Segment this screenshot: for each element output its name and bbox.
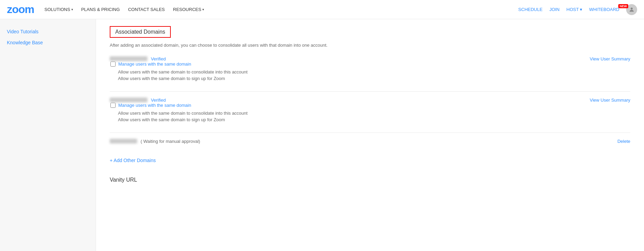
header: zoom SOLUTIONS ▾ PLANS & PRICING CONTACT…: [0, 0, 644, 19]
associated-domains-title: Associated Domains: [110, 26, 171, 38]
domain-actions-3: Delete: [617, 138, 630, 144]
layout: Video Tutorials Knowledge Base Associate…: [0, 19, 644, 251]
sub-option-signup-1: Allow users with the same domain to sign…: [118, 76, 630, 81]
domain-left-2: Verified: [110, 98, 166, 103]
domain-status-3: ( Waiting for manual approval): [141, 139, 200, 144]
domain-left-1: Verified: [110, 56, 166, 61]
domain-entry-3: ( Waiting for manual approval) Delete: [110, 138, 630, 144]
sub-option-consolidate-2: Allow users with the same domain to cons…: [118, 111, 630, 116]
domain-divider-2: [110, 133, 630, 133]
manage-users-label-1[interactable]: Manage users with the same domain: [118, 61, 191, 67]
nav-left: SOLUTIONS ▾ PLANS & PRICING CONTACT SALE…: [45, 7, 518, 12]
new-badge: NEW: [618, 4, 628, 8]
nav-plans-pricing[interactable]: PLANS & PRICING: [81, 7, 120, 12]
manage-users-checkbox-row-1: Manage users with the same domain: [110, 61, 630, 67]
view-user-summary-link-1[interactable]: View User Summary: [590, 56, 630, 61]
manage-users-checkbox-2[interactable]: [110, 103, 116, 108]
vanity-url-title: Vanity URL: [110, 177, 630, 183]
svg-point-0: [631, 8, 633, 10]
domain-entry-2: Verified View User Summary Manage users …: [110, 97, 630, 122]
domain-header-row-1: Verified View User Summary: [110, 56, 630, 61]
manage-users-checkbox-1[interactable]: [110, 61, 116, 67]
domain-name-blurred-1: [110, 56, 147, 61]
sidebar-item-video-tutorials[interactable]: Video Tutorials: [0, 26, 96, 37]
chevron-down-icon: ▾: [202, 8, 204, 11]
manage-users-checkbox-row-2: Manage users with the same domain: [110, 103, 630, 108]
domain-name-blurred-3: [110, 139, 137, 144]
chevron-down-icon: ▾: [71, 8, 73, 11]
add-other-domains-button[interactable]: + Add Other Domains: [110, 158, 156, 163]
domain-header-row-2: Verified View User Summary: [110, 97, 630, 103]
host-link[interactable]: HOST ▾: [567, 7, 582, 12]
sidebar-item-knowledge-base[interactable]: Knowledge Base: [0, 37, 96, 48]
domain-status-1: Verified: [151, 56, 166, 61]
join-link[interactable]: JOIN: [549, 7, 560, 12]
nav-right: SCHEDULE JOIN HOST ▾ WHITEBOARD NEW: [518, 4, 637, 15]
sub-option-consolidate-1: Allow users with the same domain to cons…: [118, 69, 630, 75]
delete-link-3[interactable]: Delete: [617, 139, 630, 144]
domain-status-2: Verified: [151, 98, 166, 103]
nav-contact-sales[interactable]: CONTACT SALES: [128, 7, 165, 12]
sub-option-signup-2: Allow users with the same domain to sign…: [118, 117, 630, 122]
whiteboard-link[interactable]: WHITEBOARD NEW: [589, 7, 619, 12]
domain-actions-1: View User Summary: [590, 56, 630, 61]
domain-entry-1: Verified View User Summary Manage users …: [110, 56, 630, 81]
view-user-summary-link-2[interactable]: View User Summary: [590, 98, 630, 103]
domain-left-3: ( Waiting for manual approval): [110, 139, 200, 144]
nav-solutions[interactable]: SOLUTIONS ▾: [45, 7, 73, 12]
domain-divider-1: [110, 91, 630, 92]
sidebar: Video Tutorials Knowledge Base: [0, 19, 96, 251]
logo[interactable]: zoom: [7, 3, 34, 16]
domain-actions-2: View User Summary: [590, 97, 630, 103]
main-content: Associated Domains After adding an assoc…: [96, 19, 644, 251]
domain-name-blurred-2: [110, 98, 147, 102]
manage-users-label-2[interactable]: Manage users with the same domain: [118, 103, 191, 108]
chevron-down-icon: ▾: [580, 7, 582, 12]
section-description: After adding an associated domain, you c…: [110, 43, 630, 48]
domain-header-row-3: ( Waiting for manual approval) Delete: [110, 138, 630, 144]
schedule-link[interactable]: SCHEDULE: [518, 7, 542, 12]
nav-resources[interactable]: RESOURCES ▾: [173, 7, 204, 12]
